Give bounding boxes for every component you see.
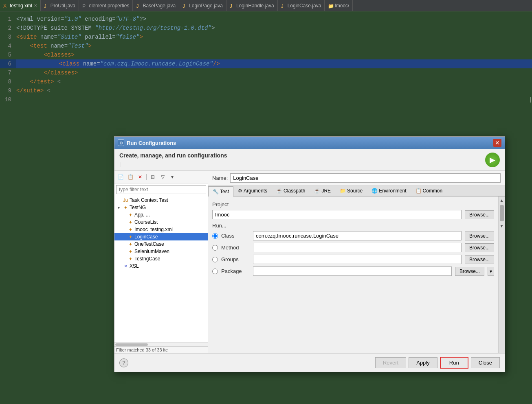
class-input[interactable] (253, 231, 462, 240)
config-tab-environment[interactable]: 🌐 Environment (367, 186, 411, 196)
tab-close-icon[interactable]: ✕ (34, 3, 37, 8)
project-browse-button[interactable]: Browse... (465, 210, 494, 219)
tab-testng-xml[interactable]: X testng.xml ✕ (0, 0, 41, 11)
dialog-body: 📄 📋 ✕ ⊟ ▽ ▾ Ju Task Context Test (114, 171, 505, 353)
expand-arrow-onetestcase (123, 242, 128, 247)
tab-imooc[interactable]: 📁 Imooc/ (325, 0, 353, 11)
props-icon: P (82, 3, 87, 8)
more-button[interactable]: ▾ (168, 173, 177, 181)
tree-item-testngcase[interactable]: ✦ TestngCase (114, 255, 208, 262)
tree-item-onetestcase[interactable]: ✦ OneTestCase (114, 240, 208, 248)
package-radio[interactable] (212, 269, 218, 274)
java-icon-4: J (230, 3, 235, 8)
apply-button[interactable]: Apply (409, 357, 437, 368)
tree-item-seleniummaven[interactable]: ✦ SeleniumMaven (114, 248, 208, 255)
tree-item-logincase[interactable]: ✦ LoginCase (114, 233, 208, 240)
dialog-footer: ? Revert Apply Run Close (114, 353, 505, 372)
jre-tab-icon: ☕ (314, 188, 320, 194)
config-tab-test[interactable]: 🔧 Test (208, 186, 233, 197)
groups-input[interactable] (253, 255, 462, 264)
package-radio-label: Package (221, 268, 250, 274)
java-icon-3: J (182, 3, 187, 8)
left-scrollbar-horizontal[interactable] (114, 342, 208, 346)
expand-arrow-xsl (118, 264, 123, 269)
class-browse-button[interactable]: Browse... (465, 231, 494, 240)
scroll-down-arrow[interactable]: ▼ (499, 223, 505, 229)
footer-left: ? (119, 358, 128, 367)
project-row: Browse... (212, 210, 494, 219)
dialog-header: Create, manage, and run configurations |… (114, 149, 505, 171)
expand-arrow-testng[interactable]: ▾ (118, 205, 123, 210)
tab-basepage[interactable]: J BasePage.java (133, 0, 179, 11)
package-browse-button[interactable]: Browse... (455, 267, 484, 276)
class-radio-label: Class (221, 233, 250, 239)
config-tabs-row: 🔧 Test ⚙ Arguments ☕ Classpath ☕ JRE 📁 (208, 186, 505, 197)
expand-arrow-courselist (123, 220, 128, 225)
method-browse-button[interactable]: Browse... (465, 243, 494, 252)
filter-button[interactable]: ▽ (158, 173, 167, 181)
junit-icon: Ju (123, 197, 128, 203)
folder-icon: 📁 (328, 3, 333, 8)
close-button[interactable]: Close (471, 357, 500, 368)
tab-logincase[interactable]: J LoginCase.java (278, 0, 325, 11)
new-config-button[interactable]: 📄 (116, 173, 125, 181)
delete-config-button[interactable]: ✕ (136, 173, 145, 181)
package-dropdown-button[interactable]: ▾ (488, 267, 494, 276)
tab-element-props[interactable]: P element.properties (79, 0, 133, 11)
expand-arrow-task (118, 198, 123, 203)
xml-icon: X (3, 3, 8, 8)
tree-item-imooc-testng[interactable]: ✦ Imooc_testng.xml (114, 226, 208, 233)
code-line-3: 3 <suite name="Suite" parallel="false"> (0, 33, 532, 41)
class-radio[interactable] (212, 233, 218, 239)
config-tab-jre[interactable]: ☕ JRE (310, 186, 335, 196)
env-tab-icon: 🌐 (372, 188, 378, 194)
dialog-close-button[interactable]: ✕ (493, 139, 501, 147)
run-button[interactable]: Run (440, 357, 468, 369)
groups-browse-button[interactable]: Browse... (465, 255, 494, 264)
right-content-wrapper: Project Browse... Run... Class Browse... (208, 197, 505, 353)
toolbar-separator-1 (146, 174, 147, 180)
left-toolbar: 📄 📋 ✕ ⊟ ▽ ▾ (114, 171, 208, 183)
code-editor[interactable]: 1 <?xml version="1.0" encoding="UTF-8"?>… (0, 11, 532, 107)
common-tab-icon: 📋 (415, 188, 422, 194)
tree-item-task-context-test[interactable]: Ju Task Context Test (114, 197, 208, 204)
groups-radio[interactable] (212, 257, 218, 262)
scroll-up-arrow[interactable]: ▲ (499, 197, 505, 203)
testng-group-icon: ✦ (123, 205, 128, 210)
tree-item-xsl[interactable]: ✕ XSL (114, 262, 208, 270)
testng-icon-app: ✦ (128, 212, 133, 218)
name-input[interactable] (230, 173, 501, 183)
name-label: Name: (212, 175, 228, 181)
right-scrollbar[interactable]: ▲ ▼ (498, 197, 505, 353)
config-tab-arguments[interactable]: ⚙ Arguments (233, 186, 272, 196)
help-button[interactable]: ? (119, 358, 128, 367)
project-input[interactable] (212, 210, 462, 219)
tab-loginhandle[interactable]: J LoginHandle.java (226, 0, 278, 11)
scroll-thumb[interactable] (500, 205, 504, 221)
tree-item-app[interactable]: ✦ App, ... (114, 211, 208, 218)
method-input[interactable] (253, 243, 462, 252)
package-input[interactable] (253, 266, 452, 276)
code-line-10: 10 (0, 95, 532, 104)
config-tab-common[interactable]: 📋 Common (411, 186, 447, 196)
filter-input[interactable] (116, 185, 206, 194)
config-tab-source[interactable]: 📁 Source (335, 186, 367, 196)
java-icon-2: J (136, 3, 141, 8)
tree-item-courselist[interactable]: ✦ CourseList (114, 218, 208, 226)
collapse-button[interactable]: ⊟ (148, 173, 157, 181)
scrollbar-thumb[interactable] (115, 343, 148, 346)
header-run-icon[interactable]: ▶ (485, 153, 500, 167)
classpath-tab-icon: ☕ (276, 188, 282, 194)
tab-proutil[interactable]: J ProUtil.java (41, 0, 79, 11)
config-tab-classpath[interactable]: ☕ Classpath (272, 186, 310, 196)
revert-button[interactable]: Revert (375, 357, 406, 368)
copy-config-button[interactable]: 📋 (126, 173, 135, 181)
tree-item-testng-group[interactable]: ▾ ✦ TestNG (114, 204, 208, 211)
xsl-icon: ✕ (123, 263, 128, 269)
name-row: Name: (208, 171, 505, 186)
code-line-5: 5 <classes> (0, 50, 532, 59)
method-radio[interactable] (212, 245, 218, 251)
dialog-titlebar: ⚙ Run Configurations ✕ (114, 137, 505, 149)
tab-loginpage[interactable]: J LoginPage.java (179, 0, 226, 11)
code-line-1: 1 <?xml version="1.0" encoding="UTF-8"?> (0, 15, 532, 24)
